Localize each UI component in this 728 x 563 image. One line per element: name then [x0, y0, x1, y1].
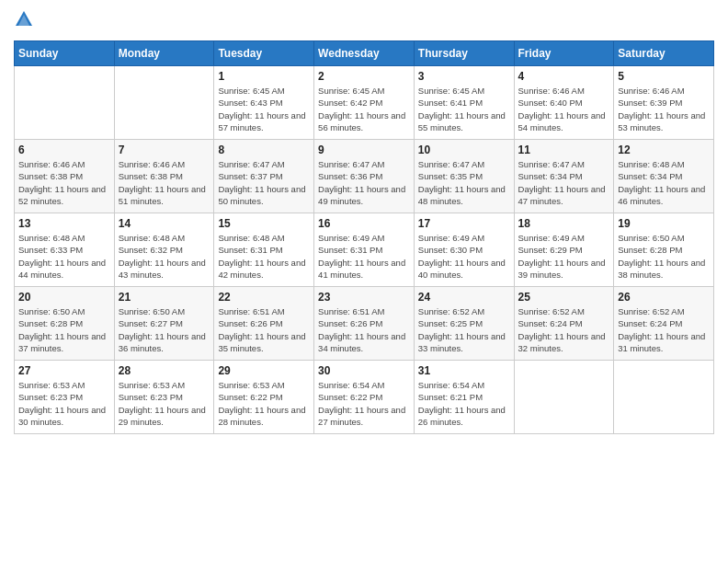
calendar-day-cell: 28Sunrise: 6:53 AMSunset: 6:23 PMDayligh… — [114, 361, 214, 434]
page: SundayMondayTuesdayWednesdayThursdayFrid… — [0, 0, 728, 563]
day-number: 22 — [218, 291, 310, 304]
calendar-day-cell: 11Sunrise: 6:47 AMSunset: 6:34 PMDayligh… — [514, 140, 614, 213]
weekday-header-cell: Thursday — [414, 41, 514, 66]
calendar-day-cell — [15, 66, 115, 140]
day-number: 16 — [318, 217, 410, 230]
day-info: Sunrise: 6:48 AMSunset: 6:34 PMDaylight:… — [618, 158, 710, 207]
calendar-day-cell: 24Sunrise: 6:52 AMSunset: 6:25 PMDayligh… — [414, 287, 514, 361]
day-info: Sunrise: 6:45 AMSunset: 6:41 PMDaylight:… — [418, 85, 510, 133]
day-number: 23 — [318, 291, 410, 304]
day-info: Sunrise: 6:47 AMSunset: 6:36 PMDaylight:… — [318, 158, 410, 207]
calendar-day-cell: 18Sunrise: 6:49 AMSunset: 6:29 PMDayligh… — [514, 213, 614, 287]
day-info: Sunrise: 6:49 AMSunset: 6:30 PMDaylight:… — [418, 232, 510, 281]
day-number: 20 — [18, 291, 110, 304]
calendar-day-cell: 20Sunrise: 6:50 AMSunset: 6:28 PMDayligh… — [15, 287, 115, 361]
day-number: 4 — [518, 70, 610, 83]
day-info: Sunrise: 6:47 AMSunset: 6:35 PMDaylight:… — [418, 158, 510, 207]
day-info: Sunrise: 6:50 AMSunset: 6:28 PMDaylight:… — [618, 232, 710, 281]
day-info: Sunrise: 6:53 AMSunset: 6:23 PMDaylight:… — [18, 379, 110, 428]
day-number: 28 — [119, 364, 210, 377]
calendar-day-cell: 25Sunrise: 6:52 AMSunset: 6:24 PMDayligh… — [514, 287, 614, 361]
day-number: 12 — [618, 144, 710, 156]
day-info: Sunrise: 6:51 AMSunset: 6:26 PMDaylight:… — [318, 305, 410, 354]
weekday-header-cell: Wednesday — [314, 41, 415, 66]
day-number: 30 — [318, 364, 410, 377]
day-info: Sunrise: 6:52 AMSunset: 6:24 PMDaylight:… — [518, 305, 610, 354]
day-info: Sunrise: 6:47 AMSunset: 6:37 PMDaylight:… — [218, 158, 310, 207]
day-info: Sunrise: 6:50 AMSunset: 6:27 PMDaylight:… — [119, 305, 210, 354]
calendar-day-cell: 9Sunrise: 6:47 AMSunset: 6:36 PMDaylight… — [314, 140, 415, 213]
calendar-day-cell: 26Sunrise: 6:52 AMSunset: 6:24 PMDayligh… — [614, 287, 714, 361]
calendar-day-cell — [114, 66, 214, 140]
weekday-header-cell: Tuesday — [214, 41, 314, 66]
day-number: 21 — [119, 291, 210, 304]
calendar-day-cell: 8Sunrise: 6:47 AMSunset: 6:37 PMDaylight… — [214, 140, 314, 213]
weekday-header-row: SundayMondayTuesdayWednesdayThursdayFrid… — [15, 41, 714, 66]
header — [14, 9, 714, 33]
calendar-day-cell: 31Sunrise: 6:54 AMSunset: 6:21 PMDayligh… — [414, 361, 514, 434]
calendar-body: 1Sunrise: 6:45 AMSunset: 6:43 PMDaylight… — [15, 66, 714, 434]
calendar-week-row: 6Sunrise: 6:46 AMSunset: 6:38 PMDaylight… — [15, 140, 714, 213]
calendar-day-cell: 15Sunrise: 6:48 AMSunset: 6:31 PMDayligh… — [214, 213, 314, 287]
day-number: 31 — [418, 364, 510, 377]
day-info: Sunrise: 6:53 AMSunset: 6:22 PMDaylight:… — [218, 379, 310, 428]
day-info: Sunrise: 6:49 AMSunset: 6:31 PMDaylight:… — [318, 232, 410, 281]
calendar-day-cell: 1Sunrise: 6:45 AMSunset: 6:43 PMDaylight… — [214, 66, 314, 140]
day-info: Sunrise: 6:46 AMSunset: 6:39 PMDaylight:… — [618, 85, 710, 133]
day-number: 13 — [18, 217, 110, 230]
day-info: Sunrise: 6:49 AMSunset: 6:29 PMDaylight:… — [518, 232, 610, 281]
day-number: 6 — [18, 144, 110, 156]
calendar-day-cell: 10Sunrise: 6:47 AMSunset: 6:35 PMDayligh… — [414, 140, 514, 213]
calendar-day-cell: 19Sunrise: 6:50 AMSunset: 6:28 PMDayligh… — [614, 213, 714, 287]
calendar-day-cell: 16Sunrise: 6:49 AMSunset: 6:31 PMDayligh… — [314, 213, 415, 287]
calendar-day-cell — [614, 361, 714, 434]
day-info: Sunrise: 6:53 AMSunset: 6:23 PMDaylight:… — [119, 379, 210, 428]
day-info: Sunrise: 6:52 AMSunset: 6:24 PMDaylight:… — [618, 305, 710, 354]
calendar-day-cell: 22Sunrise: 6:51 AMSunset: 6:26 PMDayligh… — [214, 287, 314, 361]
day-number: 11 — [518, 144, 610, 156]
day-info: Sunrise: 6:47 AMSunset: 6:34 PMDaylight:… — [518, 158, 610, 207]
day-number: 1 — [218, 70, 310, 83]
day-info: Sunrise: 6:52 AMSunset: 6:25 PMDaylight:… — [418, 305, 510, 354]
calendar-day-cell: 2Sunrise: 6:45 AMSunset: 6:42 PMDaylight… — [314, 66, 415, 140]
calendar-day-cell: 6Sunrise: 6:46 AMSunset: 6:38 PMDaylight… — [15, 140, 115, 213]
weekday-header-cell: Sunday — [15, 41, 115, 66]
calendar-day-cell: 23Sunrise: 6:51 AMSunset: 6:26 PMDayligh… — [314, 287, 415, 361]
calendar-day-cell — [514, 361, 614, 434]
calendar-week-row: 20Sunrise: 6:50 AMSunset: 6:28 PMDayligh… — [15, 287, 714, 361]
calendar-week-row: 13Sunrise: 6:48 AMSunset: 6:33 PMDayligh… — [15, 213, 714, 287]
day-info: Sunrise: 6:46 AMSunset: 6:40 PMDaylight:… — [518, 85, 610, 133]
day-info: Sunrise: 6:45 AMSunset: 6:42 PMDaylight:… — [318, 85, 410, 133]
day-number: 29 — [218, 364, 310, 377]
day-info: Sunrise: 6:46 AMSunset: 6:38 PMDaylight:… — [119, 158, 210, 207]
day-number: 10 — [418, 144, 510, 156]
calendar-day-cell: 17Sunrise: 6:49 AMSunset: 6:30 PMDayligh… — [414, 213, 514, 287]
calendar-day-cell: 5Sunrise: 6:46 AMSunset: 6:39 PMDaylight… — [614, 66, 714, 140]
calendar-day-cell: 7Sunrise: 6:46 AMSunset: 6:38 PMDaylight… — [114, 140, 214, 213]
logo — [14, 9, 38, 33]
calendar-day-cell: 13Sunrise: 6:48 AMSunset: 6:33 PMDayligh… — [15, 213, 115, 287]
day-number: 3 — [418, 70, 510, 83]
day-number: 8 — [218, 144, 310, 156]
day-number: 17 — [418, 217, 510, 230]
calendar-week-row: 1Sunrise: 6:45 AMSunset: 6:43 PMDaylight… — [15, 66, 714, 140]
day-number: 18 — [518, 217, 610, 230]
weekday-header-cell: Saturday — [614, 41, 714, 66]
day-info: Sunrise: 6:45 AMSunset: 6:43 PMDaylight:… — [218, 85, 310, 133]
day-info: Sunrise: 6:50 AMSunset: 6:28 PMDaylight:… — [18, 305, 110, 354]
day-number: 27 — [18, 364, 110, 377]
logo-icon — [14, 9, 34, 33]
day-number: 26 — [618, 291, 710, 304]
calendar-day-cell: 12Sunrise: 6:48 AMSunset: 6:34 PMDayligh… — [614, 140, 714, 213]
day-number: 7 — [119, 144, 210, 156]
calendar-day-cell: 29Sunrise: 6:53 AMSunset: 6:22 PMDayligh… — [214, 361, 314, 434]
day-number: 25 — [518, 291, 610, 304]
calendar-day-cell: 3Sunrise: 6:45 AMSunset: 6:41 PMDaylight… — [414, 66, 514, 140]
day-number: 5 — [618, 70, 710, 83]
day-info: Sunrise: 6:48 AMSunset: 6:32 PMDaylight:… — [119, 232, 210, 281]
day-info: Sunrise: 6:54 AMSunset: 6:22 PMDaylight:… — [318, 379, 410, 428]
calendar-day-cell: 14Sunrise: 6:48 AMSunset: 6:32 PMDayligh… — [114, 213, 214, 287]
day-info: Sunrise: 6:46 AMSunset: 6:38 PMDaylight:… — [18, 158, 110, 207]
day-number: 19 — [618, 217, 710, 230]
day-info: Sunrise: 6:48 AMSunset: 6:31 PMDaylight:… — [218, 232, 310, 281]
